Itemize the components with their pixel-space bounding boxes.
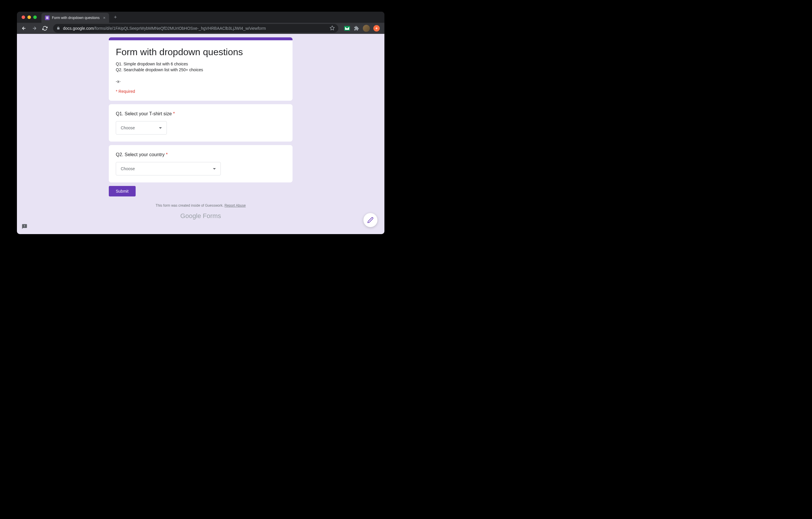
- edit-form-fab[interactable]: [364, 213, 377, 227]
- reload-button[interactable]: [40, 24, 50, 33]
- title-bar: Form with dropdown questions × +: [17, 12, 384, 23]
- form-container: Form with dropdown questions Q1. Simple …: [109, 34, 293, 220]
- page-content: Form with dropdown questions Q1. Simple …: [17, 34, 384, 234]
- tshirt-size-dropdown[interactable]: Choose: [116, 121, 167, 135]
- window-controls: [22, 16, 37, 19]
- report-abuse-link[interactable]: Report Abuse: [225, 203, 246, 208]
- required-legend: * Required: [116, 89, 286, 94]
- browser-window: Form with dropdown questions × + docs.go…: [17, 12, 384, 234]
- profile-avatar[interactable]: [363, 25, 370, 32]
- new-tab-button[interactable]: +: [111, 13, 120, 21]
- dropdown-placeholder: Choose: [121, 166, 135, 171]
- forms-favicon-icon: [45, 16, 50, 20]
- google-forms-logo: Google Forms: [109, 212, 293, 220]
- address-bar[interactable]: docs.google.com/forms/d/e/1FAIpQLSeeprWy…: [53, 24, 338, 33]
- svg-marker-3: [330, 26, 335, 30]
- url-text: docs.google.com/forms/d/e/1FAIpQLSeeprWy…: [63, 26, 327, 31]
- forward-button[interactable]: [30, 24, 39, 33]
- minimize-window-button[interactable]: [27, 16, 31, 19]
- tab-strip: Form with dropdown questions × +: [41, 12, 120, 22]
- star-icon[interactable]: [329, 25, 335, 31]
- svg-rect-1: [46, 18, 49, 18]
- back-button[interactable]: [19, 24, 29, 33]
- question-1-label: Q1. Select your T-shirt size *: [116, 111, 286, 116]
- chevron-down-icon: [159, 127, 162, 129]
- maximize-window-button[interactable]: [33, 16, 37, 19]
- toolbar-icons: [342, 25, 382, 32]
- feedback-icon[interactable]: [22, 224, 27, 229]
- country-dropdown[interactable]: Choose: [116, 162, 221, 175]
- tab-close-button[interactable]: ×: [103, 16, 105, 20]
- question-2-label: Q2. Select your country *: [116, 152, 286, 157]
- dropdown-placeholder: Choose: [121, 126, 135, 130]
- extensions-icon[interactable]: [353, 25, 359, 31]
- form-title: Form with dropdown questions: [116, 47, 286, 57]
- close-window-button[interactable]: [22, 16, 25, 19]
- lock-icon: [57, 26, 60, 31]
- question-card-1: Q1. Select your T-shirt size * Choose: [109, 104, 293, 142]
- submit-button[interactable]: Submit: [109, 186, 136, 196]
- extension-badge-icon[interactable]: [373, 25, 380, 31]
- form-footer: This form was created inside of Guesswor…: [109, 203, 293, 208]
- question-card-2: Q2. Select your country * Choose: [109, 145, 293, 183]
- mail-extension-icon[interactable]: [344, 26, 350, 31]
- tab-title: Form with dropdown questions: [52, 16, 99, 20]
- form-header-card: Form with dropdown questions Q1. Simple …: [109, 37, 293, 101]
- form-description: Q1. Simple dropdown list with 6 choices …: [116, 61, 286, 84]
- svg-rect-0: [46, 17, 49, 17]
- svg-rect-2: [46, 18, 49, 19]
- required-asterisk: *: [173, 111, 175, 116]
- required-asterisk: *: [166, 152, 168, 157]
- browser-toolbar: docs.google.com/forms/d/e/1FAIpQLSeeprWy…: [17, 23, 384, 34]
- browser-tab[interactable]: Form with dropdown questions ×: [41, 13, 109, 23]
- chevron-down-icon: [213, 168, 216, 170]
